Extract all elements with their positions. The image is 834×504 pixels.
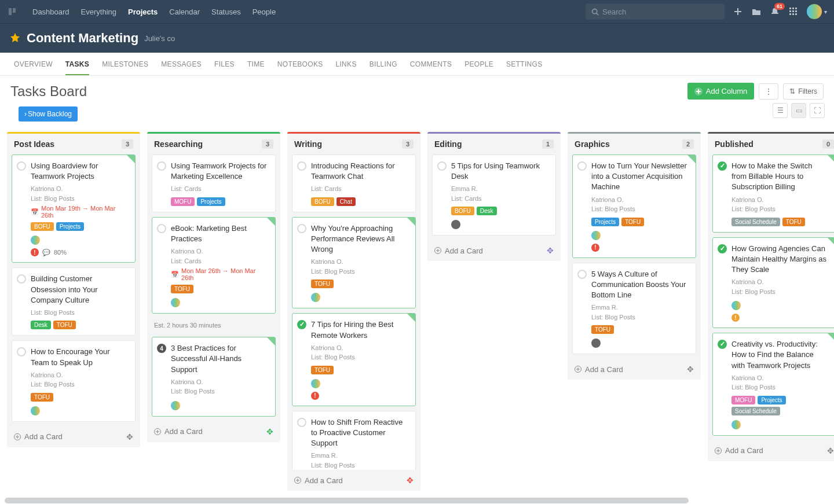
assignee-avatar[interactable] <box>311 379 320 388</box>
task-check-icon[interactable] <box>297 320 306 329</box>
tag-desk[interactable]: Desk <box>477 207 497 215</box>
bell-icon[interactable]: 61 <box>770 6 780 17</box>
assignee-avatar[interactable] <box>171 401 180 410</box>
topnav-item-calendar[interactable]: Calendar <box>163 8 206 16</box>
assignee-avatar[interactable] <box>31 406 40 415</box>
add-icon[interactable] <box>733 6 743 17</box>
tag-tofu[interactable]: TOFU <box>591 325 614 334</box>
horizontal-scrollbar[interactable] <box>0 498 834 503</box>
search-wrap[interactable] <box>586 3 725 20</box>
add-card-button[interactable]: Add a Card✥ <box>7 426 140 447</box>
column-header[interactable]: Editing1 <box>427 134 561 154</box>
tag-projects[interactable]: Projects <box>591 218 619 226</box>
tag-tofu[interactable]: TOFU <box>621 218 644 226</box>
task-card[interactable]: 5 Ways A Culture of Communication Boosts… <box>572 263 696 355</box>
tag-tofu[interactable]: TOFU <box>53 321 76 329</box>
column-header[interactable]: Post Ideas3 <box>7 134 140 154</box>
tag-projects[interactable]: Projects <box>758 396 785 404</box>
task-check-icon[interactable] <box>577 161 587 171</box>
apps-grid-icon[interactable] <box>788 6 799 17</box>
secondnav-item-notebooks[interactable]: NOTEBOOKS <box>277 53 323 75</box>
search-input[interactable] <box>602 8 719 16</box>
assignee-avatar[interactable] <box>451 220 460 229</box>
task-check-icon[interactable] <box>17 274 26 284</box>
drag-handle-icon[interactable]: ✥ <box>266 427 273 436</box>
secondnav-item-people[interactable]: PEOPLE <box>464 53 493 75</box>
tag-chat[interactable]: Chat <box>336 197 356 206</box>
tag-tofu[interactable]: TOFU <box>311 366 334 374</box>
add-card-button[interactable]: Add a Card✥ <box>568 359 701 380</box>
tag-bofu[interactable]: BOFU <box>451 207 474 215</box>
secondnav-item-links[interactable]: LINKS <box>336 53 357 75</box>
secondnav-item-time[interactable]: TIME <box>247 53 265 75</box>
drag-handle-icon[interactable]: ✥ <box>547 246 554 255</box>
task-card[interactable]: Building Customer Obsession into Your Co… <box>12 267 136 336</box>
assignee-avatar[interactable] <box>731 420 741 429</box>
tag-tofu[interactable]: TOFU <box>31 393 53 402</box>
topnav-item-dashboard[interactable]: Dashboard <box>27 8 75 16</box>
folder-icon[interactable] <box>751 6 762 17</box>
app-logo-icon[interactable] <box>7 5 20 18</box>
task-check-icon[interactable] <box>17 161 26 171</box>
topnav-item-people[interactable]: People <box>247 8 281 16</box>
drag-handle-icon[interactable]: ✥ <box>126 432 133 442</box>
add-card-button[interactable]: Add a Card✥ <box>287 470 420 491</box>
drag-handle-icon[interactable]: ✥ <box>407 476 414 485</box>
task-card[interactable]: How Growing Agencies Can Maintain Health… <box>712 237 834 329</box>
column-header[interactable]: Graphics2 <box>568 134 701 154</box>
column-header[interactable]: Writing3 <box>287 134 420 154</box>
task-card[interactable]: How to Shift From Reactive to Proactive … <box>292 411 416 470</box>
assignee-avatar[interactable] <box>171 298 180 307</box>
tag-tofu[interactable]: TOFU <box>311 279 334 288</box>
user-menu[interactable]: ▾ <box>807 4 827 19</box>
add-card-button[interactable]: Add a Card✥ <box>427 240 561 261</box>
tag-mofu[interactable]: MOFU <box>171 197 195 206</box>
assignee-avatar[interactable] <box>311 293 320 302</box>
board-view-icon[interactable]: ▭ <box>791 103 806 118</box>
task-card[interactable]: Introducing Reactions for Teamwork ChatL… <box>292 154 416 212</box>
secondnav-item-milestones[interactable]: MILESTONES <box>102 53 148 75</box>
task-card[interactable]: Creativity vs. Productivity: How to Find… <box>712 333 834 436</box>
drag-handle-icon[interactable]: ✥ <box>827 446 834 455</box>
drag-handle-icon[interactable]: ✥ <box>687 365 694 374</box>
tag-mofu[interactable]: MOFU <box>731 396 755 404</box>
tag-projects[interactable]: Projects <box>197 197 225 206</box>
star-icon[interactable] <box>9 32 21 44</box>
assignee-avatar[interactable] <box>591 231 601 240</box>
task-card[interactable]: 43 Best Practices for Successful All-Han… <box>152 337 276 417</box>
task-check-icon[interactable] <box>718 161 727 171</box>
task-card[interactable]: How to Make the Switch from Billable Hou… <box>712 154 834 233</box>
task-card[interactable]: 5 Tips for Using Teamwork DeskEmma R.Lis… <box>432 154 556 236</box>
list-view-icon[interactable]: ☰ <box>773 103 788 118</box>
task-card[interactable]: How to Encourage Your Team to Speak UpKa… <box>12 340 136 421</box>
task-card[interactable]: How to Turn Your Newsletter into a Custo… <box>572 154 696 258</box>
assignee-avatar[interactable] <box>731 301 741 310</box>
topnav-item-statuses[interactable]: Statuses <box>206 8 247 16</box>
task-check-icon[interactable] <box>157 224 166 233</box>
secondnav-item-comments[interactable]: COMMENTS <box>410 53 452 75</box>
tag-bofu[interactable]: BOFU <box>311 197 334 206</box>
task-card[interactable]: eBook: Marketing Best PracticesKatriona … <box>152 217 276 314</box>
secondnav-item-files[interactable]: FILES <box>214 53 235 75</box>
expand-icon[interactable]: ⛶ <box>810 103 825 118</box>
task-check-icon[interactable] <box>297 224 306 233</box>
column-header[interactable]: Researching3 <box>147 134 280 154</box>
task-check-icon[interactable] <box>297 418 306 427</box>
task-check-icon[interactable] <box>297 161 306 171</box>
task-card[interactable]: Using Teamwork Projects for Marketing Ex… <box>152 154 276 212</box>
task-check-icon[interactable] <box>17 347 26 356</box>
task-check-icon[interactable] <box>577 270 587 279</box>
add-card-button[interactable]: Add a Card✥ <box>147 421 280 442</box>
tag-projects[interactable]: Projects <box>56 222 84 231</box>
tag-socialschedule[interactable]: Social Schedule <box>731 218 780 226</box>
task-check-icon[interactable] <box>718 340 727 349</box>
column-header[interactable]: Published0 <box>708 134 834 154</box>
tag-socialschedule[interactable]: Social Schedule <box>731 407 780 415</box>
tag-bofu[interactable]: BOFU <box>31 222 54 231</box>
task-check-icon[interactable] <box>157 161 166 171</box>
tag-tofu[interactable]: TOFU <box>171 285 193 293</box>
more-menu-button[interactable]: ⋮ <box>759 83 778 100</box>
secondnav-item-overview[interactable]: OVERVIEW <box>14 53 53 75</box>
task-check-icon[interactable] <box>718 244 727 253</box>
task-card[interactable]: Using Boardview for Teamwork ProjectsKat… <box>12 154 136 263</box>
